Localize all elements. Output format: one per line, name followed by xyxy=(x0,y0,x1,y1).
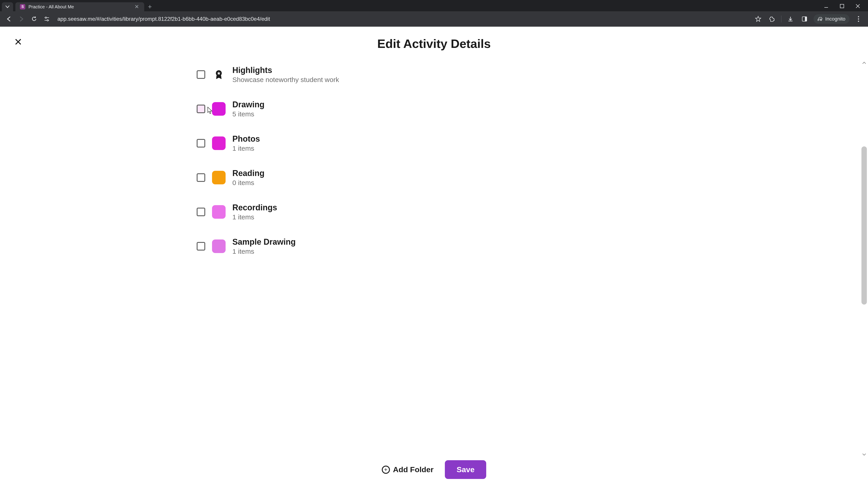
scrollbar-thumb[interactable] xyxy=(862,147,867,304)
svg-point-12 xyxy=(858,21,859,22)
folder-subtitle: Showcase noteworthy student work xyxy=(232,76,339,84)
maximize-button[interactable] xyxy=(839,3,845,9)
svg-rect-9 xyxy=(805,17,807,21)
svg-rect-1 xyxy=(840,4,844,8)
tab-bar: S Practice - All About Me ✕ + xyxy=(0,0,868,11)
folder-checkbox[interactable] xyxy=(197,173,205,182)
folder-item-sample-drawing: Sample Drawing 1 items xyxy=(197,229,671,263)
folder-color-badge xyxy=(212,171,225,184)
highlights-icon xyxy=(212,68,225,81)
save-button[interactable]: Save xyxy=(445,460,486,479)
folder-checkbox[interactable] xyxy=(197,139,205,148)
scroll-up-arrow[interactable] xyxy=(862,60,867,66)
url-display[interactable]: app.seesaw.me/#/activities/library/promp… xyxy=(55,16,749,22)
folder-name: Sample Drawing xyxy=(232,237,296,247)
folder-color-badge xyxy=(212,102,225,116)
page-title: Edit Activity Details xyxy=(0,27,868,57)
bookmark-button[interactable] xyxy=(753,14,763,24)
folder-checkbox[interactable] xyxy=(197,105,205,113)
folder-info: Drawing 5 items xyxy=(232,100,265,118)
arrow-right-icon xyxy=(18,16,25,22)
folder-item-highlights: Highlights Showcase noteworthy student w… xyxy=(197,57,671,92)
download-icon xyxy=(787,16,794,22)
address-bar: app.seesaw.me/#/activities/library/promp… xyxy=(0,11,868,27)
browser-chrome: S Practice - All About Me ✕ + xyxy=(0,0,868,27)
incognito-badge[interactable]: Incognito xyxy=(813,14,849,24)
folder-color-badge xyxy=(212,205,225,219)
content-area: ✕ Edit Activity Details Highlights Showc… xyxy=(0,27,868,488)
plus-circle-icon: + xyxy=(382,466,390,474)
puzzle-icon xyxy=(769,16,775,22)
reload-icon xyxy=(31,16,37,22)
folder-name: Highlights xyxy=(232,66,339,75)
folder-subtitle: 1 items xyxy=(232,144,260,152)
folder-item-reading: Reading 0 items xyxy=(197,160,671,195)
chevron-down-icon xyxy=(5,5,9,8)
tab-title: Practice - All About Me xyxy=(29,4,131,9)
folder-checkbox[interactable] xyxy=(197,242,205,251)
folder-info: Recordings 1 items xyxy=(232,203,277,221)
incognito-icon xyxy=(817,16,823,22)
add-folder-button[interactable]: + Add Folder xyxy=(382,465,434,474)
star-icon xyxy=(755,16,761,22)
folder-info: Photos 1 items xyxy=(232,134,260,152)
forward-button[interactable] xyxy=(17,15,26,23)
folder-name: Photos xyxy=(232,134,260,144)
folder-subtitle: 1 items xyxy=(232,213,277,221)
tab-close-button[interactable]: ✕ xyxy=(134,4,140,10)
folder-item-photos: Photos 1 items xyxy=(197,126,671,160)
folder-info: Highlights Showcase noteworthy student w… xyxy=(232,66,339,84)
folder-info: Sample Drawing 1 items xyxy=(232,237,296,255)
folder-info: Reading 0 items xyxy=(232,168,265,187)
panel-icon xyxy=(802,16,807,22)
site-settings-button[interactable] xyxy=(42,15,51,23)
add-folder-label: Add Folder xyxy=(393,465,434,474)
new-tab-button[interactable]: + xyxy=(144,2,156,11)
close-modal-button[interactable]: ✕ xyxy=(14,36,22,48)
folder-subtitle: 1 items xyxy=(232,248,296,255)
folder-checkbox[interactable] xyxy=(197,70,205,79)
minimize-button[interactable] xyxy=(823,3,830,9)
folder-item-drawing: Drawing 5 items xyxy=(197,92,671,126)
folder-color-badge xyxy=(212,136,225,150)
folder-item-recordings: Recordings 1 items xyxy=(197,195,671,229)
folder-name: Drawing xyxy=(232,100,265,109)
folder-name: Recordings xyxy=(232,203,277,213)
menu-button[interactable] xyxy=(854,14,864,24)
browser-tab[interactable]: S Practice - All About Me ✕ xyxy=(16,2,144,11)
arrow-left-icon xyxy=(6,16,12,22)
site-favicon: S xyxy=(20,4,25,9)
folder-subtitle: 5 items xyxy=(232,110,265,118)
minimize-icon xyxy=(824,4,829,8)
svg-point-5 xyxy=(45,17,46,18)
svg-point-10 xyxy=(858,16,859,18)
kebab-icon xyxy=(858,16,859,22)
reload-button[interactable] xyxy=(30,15,38,23)
folder-color-badge xyxy=(212,239,225,253)
folder-checkbox[interactable] xyxy=(197,207,205,216)
back-button[interactable] xyxy=(4,15,13,23)
svg-point-11 xyxy=(858,19,859,20)
extensions-button[interactable] xyxy=(767,14,777,24)
folder-name: Reading xyxy=(232,168,265,178)
svg-point-7 xyxy=(47,20,49,21)
folder-list: Highlights Showcase noteworthy student w… xyxy=(163,57,705,453)
close-icon xyxy=(856,4,860,8)
downloads-button[interactable] xyxy=(785,14,796,24)
bottom-action-bar: + Add Folder Save xyxy=(0,451,868,488)
incognito-label: Incognito xyxy=(825,16,845,22)
window-controls xyxy=(823,0,868,9)
side-panel-button[interactable] xyxy=(800,14,809,24)
tune-icon xyxy=(44,16,50,22)
maximize-icon xyxy=(840,4,844,8)
folder-subtitle: 0 items xyxy=(232,179,265,187)
close-window-button[interactable] xyxy=(855,3,861,9)
toolbar-divider xyxy=(781,15,781,22)
tab-search-button[interactable] xyxy=(2,2,13,11)
